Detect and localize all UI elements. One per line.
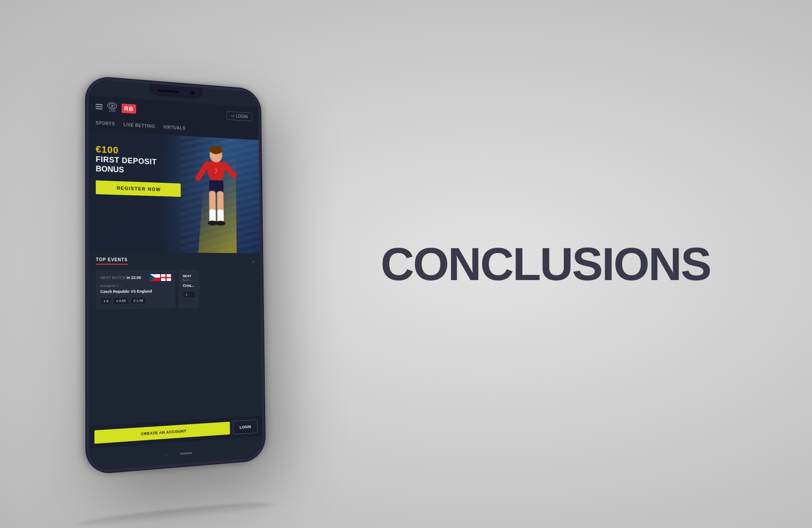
svg-rect-9 — [217, 209, 224, 222]
events-arrow-icon[interactable]: › — [252, 259, 254, 265]
svg-text:7: 7 — [214, 168, 218, 175]
odd-1-draw[interactable]: x 3.65 — [113, 297, 129, 305]
scene: LIVE RB ▭ LOGIN SPORTS LIVE BETTING — [0, 0, 812, 528]
svg-line-1 — [198, 163, 207, 178]
svg-point-11 — [216, 221, 225, 226]
register-now-button[interactable]: REGISTER NOW — [96, 180, 181, 197]
header-login-button[interactable]: ▭ LOGIN — [226, 111, 252, 121]
odd-1-home[interactable]: 1 8 — [100, 297, 111, 305]
odd-2[interactable]: 1 — [183, 291, 195, 298]
svg-rect-7 — [217, 191, 224, 212]
phone-screen: LIVE RB ▭ LOGIN SPORTS LIVE BETTING — [88, 79, 263, 471]
match-meta-1: NEXT MATCH in 22:00 — [100, 274, 171, 281]
conclusions-section: CONCLUSIONS — [296, 241, 778, 287]
create-account-button[interactable]: CREATE AN ACCOUNT — [94, 422, 230, 444]
hero-content: €100 FIRST DEPOSIT BONUS REGISTER NOW — [96, 144, 188, 197]
svg-rect-8 — [209, 209, 216, 222]
phone-bottom-bar: ‹ — [89, 445, 263, 464]
match-name-1: Czech Republic VS England — [100, 289, 171, 294]
conclusions-heading: CONCLUSIONS — [381, 241, 710, 287]
match-flags-1 — [150, 274, 171, 281]
player-svg: 7 — [188, 132, 244, 249]
rb-logo: RB — [121, 104, 136, 114]
match-cards-list: NEXT MATCH in 22:00 — [96, 270, 255, 309]
events-title: TOP EVENTS — [96, 257, 128, 265]
nav-virtuals[interactable]: VIRTUALS — [163, 124, 186, 133]
match-time-1: NEXT MATCH in 22:00 — [100, 275, 141, 280]
phone-notch — [149, 84, 203, 99]
phone-body: LIVE RB ▭ LOGIN SPORTS LIVE BETTING — [87, 77, 264, 473]
events-header: TOP EVENTS › — [96, 257, 254, 265]
header-login-label: LOGIN — [236, 114, 248, 119]
match-card-2: NEXT Euro... Croa... 1 — [178, 270, 199, 308]
match-name-2: Croa... — [183, 283, 195, 288]
phone-reflection — [77, 499, 274, 528]
match-time-label-1: NEXT MATCH — [100, 275, 126, 280]
notch-camera — [190, 91, 195, 95]
events-section: TOP EVENTS › NEXT MATCH in 22:00 — [89, 252, 261, 314]
england-flag — [161, 274, 171, 281]
footer-login-button[interactable]: LOGIN — [233, 420, 258, 435]
notch-speaker — [158, 89, 178, 93]
match-odds-1: 1 8 x 3.65 2 1.56 — [100, 297, 171, 305]
svg-rect-6 — [209, 191, 216, 212]
svg-line-2 — [225, 165, 234, 175]
player-figure: 7 — [184, 132, 249, 253]
home-indicator — [180, 452, 192, 454]
live-icon[interactable]: LIVE — [108, 102, 116, 112]
nav-live-betting[interactable]: LIVE BETTING — [123, 122, 155, 131]
app-footer: CREATE AN ACCOUNT LOGIN — [89, 415, 262, 448]
menu-icon[interactable] — [96, 104, 103, 109]
phone-mockup: LIVE RB ▭ LOGIN SPORTS LIVE BETTING — [56, 32, 291, 521]
hero-banner: 7 €100 FIRST DEPOSIT BONUS REGISTER NOW — [89, 130, 260, 253]
match-card-1: NEXT MATCH in 22:00 — [96, 270, 176, 309]
match-league-1: European C... — [100, 283, 171, 288]
match-time-2: NEXT — [183, 274, 195, 278]
back-arrow-icon[interactable]: ‹ — [165, 452, 167, 458]
odd-1-away[interactable]: 2 1.56 — [130, 297, 146, 305]
live-label: LIVE — [109, 109, 115, 113]
phone-button-right — [260, 180, 263, 221]
match-league-2: Euro... — [183, 278, 195, 282]
czech-flag — [150, 274, 160, 281]
nav-sports[interactable]: SPORTS — [96, 120, 115, 129]
